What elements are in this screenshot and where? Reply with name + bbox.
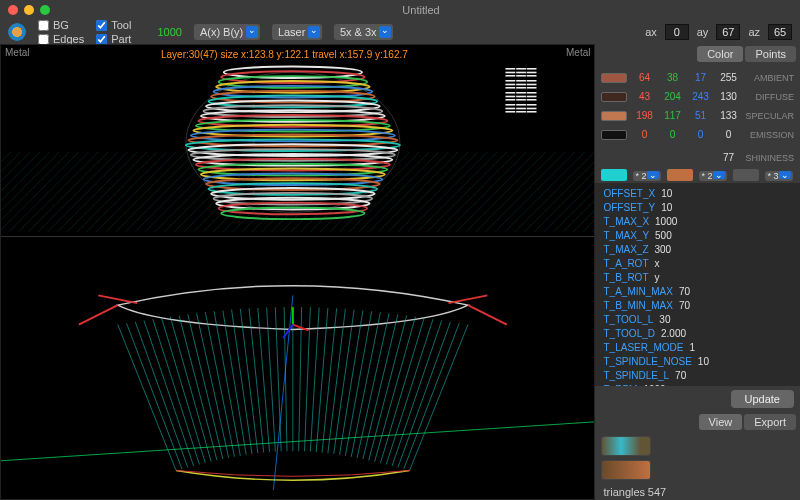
param-row: T_MAX_Z300 xyxy=(603,243,792,257)
traffic-lights xyxy=(8,5,50,15)
param-row: T_TOOL_L30 xyxy=(603,313,792,327)
svg-line-34 xyxy=(118,325,176,471)
axis-inputs: ax ay az xyxy=(645,24,792,40)
viewport-bottom[interactable] xyxy=(1,237,594,499)
ay-input[interactable] xyxy=(716,24,740,40)
svg-line-63 xyxy=(345,311,371,455)
feed-value: 1000 xyxy=(157,26,181,38)
param-row: T_TOOL_D2.000 xyxy=(603,327,792,341)
rotation-select[interactable]: A(x) B(y) xyxy=(194,24,260,40)
param-row: T_LASER_MODE1 xyxy=(603,341,792,355)
tab-view[interactable]: View xyxy=(699,414,743,430)
param-row: T_SPINDLE_NOSE10 xyxy=(603,355,792,369)
svg-line-73 xyxy=(404,323,459,469)
svg-line-74 xyxy=(410,325,468,471)
material-row: 64 38 17 255 AMBIENT xyxy=(601,68,794,87)
tab-color[interactable]: Color xyxy=(697,46,743,62)
swatch-icon[interactable] xyxy=(601,92,627,102)
thumbnails xyxy=(595,432,800,484)
mini-swatch-2[interactable] xyxy=(667,169,693,181)
svg-line-59 xyxy=(322,308,337,452)
toolbar: BG Edges Tool Part 1000 A(x) B(y) Laser … xyxy=(0,20,800,44)
param-row: T_SPINDLE_L70 xyxy=(603,369,792,383)
app-logo-icon xyxy=(8,23,26,41)
thumbnail-2[interactable] xyxy=(601,460,651,480)
minimize-icon[interactable] xyxy=(24,5,34,15)
update-button[interactable]: Update xyxy=(731,390,794,408)
material-row: 198 117 51 133 SPECULAR xyxy=(601,106,794,125)
svg-line-44 xyxy=(205,312,234,457)
swatch-icon[interactable] xyxy=(601,73,627,83)
svg-line-49 xyxy=(249,308,264,452)
axis-select[interactable]: 5x & 3x xyxy=(334,24,393,40)
svg-line-32 xyxy=(1,422,594,461)
svg-line-68 xyxy=(375,317,416,462)
svg-line-70 xyxy=(386,319,433,464)
mini-swatch-1[interactable] xyxy=(601,169,627,181)
mini-swatch-3[interactable] xyxy=(733,169,759,181)
param-row: T_MAX_Y500 xyxy=(603,229,792,243)
param-row: OFFSET_X10 xyxy=(603,187,792,201)
viewports: Metal Layer:30(47) size x:123.8 y:122.1 … xyxy=(0,44,595,500)
svg-line-64 xyxy=(351,312,380,457)
svg-line-38 xyxy=(153,319,200,464)
shininess-value: 77 xyxy=(717,152,739,163)
param-row: T_A_ROTx xyxy=(603,257,792,271)
material-row: 43 204 243 130 DIFFUSE xyxy=(601,87,794,106)
fullscreen-icon[interactable] xyxy=(40,5,50,15)
mode-select[interactable]: Laser xyxy=(272,24,322,40)
material-editor: 64 38 17 255 AMBIENT 43 204 243 130 DIFF… xyxy=(595,64,800,148)
status-bar: triangles 547 xyxy=(595,484,800,500)
thumbnail-1[interactable] xyxy=(601,436,651,456)
titlebar: Untitled xyxy=(0,0,800,20)
toolpath-render-icon xyxy=(1,237,594,494)
mult-3[interactable]: * 3 xyxy=(765,171,793,181)
svg-line-66 xyxy=(363,314,398,459)
tab-points[interactable]: Points xyxy=(745,46,796,62)
shininess-label: SHININESS xyxy=(745,153,794,163)
mult-2[interactable]: * 2 xyxy=(699,171,727,181)
swatch-icon[interactable] xyxy=(601,111,627,121)
param-row: T_MAX_X1000 xyxy=(603,215,792,229)
swatch-icon[interactable] xyxy=(601,130,627,140)
svg-line-36 xyxy=(135,322,188,468)
param-row: OFFSET_Y10 xyxy=(603,201,792,215)
parameter-list: OFFSET_X10OFFSET_Y10T_MAX_X1000T_MAX_Y50… xyxy=(595,183,800,386)
az-label: az xyxy=(748,26,760,38)
svg-line-45 xyxy=(214,311,240,455)
viewport-top[interactable]: Metal Layer:30(47) size x:123.8 y:122.1 … xyxy=(1,45,594,237)
side-strip-icon: ≡≡≡≡≡≡≡≡≡≡≡≡ xyxy=(504,69,594,111)
param-row: T_B_ROTy xyxy=(603,271,792,285)
param-row: T_B_MIN_MAX70 xyxy=(603,299,792,313)
bg-checkbox[interactable]: BG xyxy=(38,19,84,31)
param-row: T_A_MIN_MAX70 xyxy=(603,285,792,299)
window-title: Untitled xyxy=(50,4,792,16)
svg-line-42 xyxy=(188,314,223,459)
az-input[interactable] xyxy=(768,24,792,40)
viewport-material-label-2: Metal xyxy=(566,47,590,58)
svg-line-40 xyxy=(170,317,211,462)
ay-label: ay xyxy=(697,26,709,38)
svg-line-43 xyxy=(197,313,229,458)
material-row: 0 0 0 0 EMISSION xyxy=(601,125,794,144)
tool-checkbox[interactable]: Tool xyxy=(96,19,131,31)
side-panel: Color Points 64 38 17 255 AMBIENT 43 204… xyxy=(595,44,800,500)
svg-line-72 xyxy=(398,322,451,468)
close-icon[interactable] xyxy=(8,5,18,15)
ax-label: ax xyxy=(645,26,657,38)
tab-export[interactable]: Export xyxy=(744,414,796,430)
ax-input[interactable] xyxy=(665,24,689,40)
svg-line-35 xyxy=(127,323,182,469)
mult-1[interactable]: * 2 xyxy=(633,171,661,181)
